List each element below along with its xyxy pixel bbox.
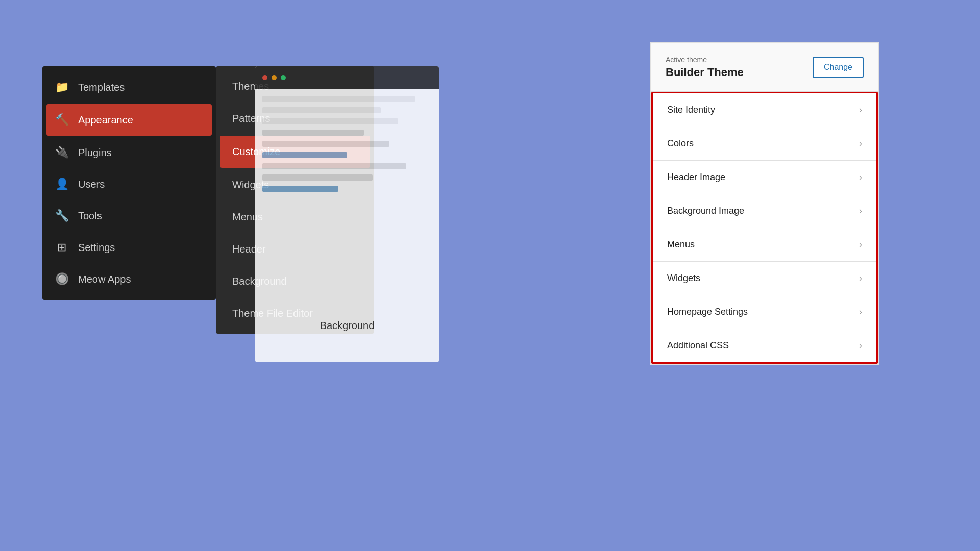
widgets-label: Widgets — [667, 273, 700, 284]
meow-apps-icon: 🔘 — [55, 272, 69, 286]
sidebar-item-plugins[interactable]: 🔌 Plugins — [42, 137, 216, 168]
wp-admin-sidebar: 📁 Templates 🔨 Appearance 🔌 Plugins 👤 Use… — [42, 66, 216, 300]
sidebar-item-templates-label: Templates — [78, 82, 125, 93]
preview-line-link-2 — [262, 186, 338, 192]
header-image-chevron-icon: › — [859, 172, 862, 183]
users-icon: 👤 — [55, 178, 69, 191]
customizer-menu: Site Identity › Colors › Header Image › … — [651, 92, 878, 364]
customizer-item-header-image[interactable]: Header Image › — [653, 161, 876, 194]
customizer-item-background-image[interactable]: Background Image › — [653, 194, 876, 228]
settings-icon: ⊞ — [55, 241, 69, 254]
close-dot — [262, 75, 267, 80]
sidebar-item-tools[interactable]: 🔧 Tools — [42, 200, 216, 232]
customizer-item-colors[interactable]: Colors › — [653, 127, 876, 161]
minimize-dot — [272, 75, 277, 80]
change-theme-button[interactable]: Change — [813, 57, 864, 78]
preview-line-1 — [262, 96, 415, 102]
additional-css-chevron-icon: › — [859, 340, 862, 351]
background-section-label: Background — [320, 320, 375, 332]
preview-line-7 — [262, 174, 373, 181]
customizer-item-homepage-settings[interactable]: Homepage Settings › — [653, 295, 876, 329]
menus-label: Menus — [667, 239, 695, 250]
customizer-panel: Active theme Builder Theme Change Site I… — [650, 42, 879, 365]
site-identity-label: Site Identity — [667, 105, 715, 115]
sidebar-item-tools-label: Tools — [78, 210, 102, 222]
sidebar-item-appearance[interactable]: 🔨 Appearance — [46, 104, 212, 136]
sidebar-item-plugins-label: Plugins — [78, 147, 112, 159]
header-image-label: Header Image — [667, 172, 725, 183]
sidebar-item-templates[interactable]: 📁 Templates — [42, 71, 216, 103]
preview-content — [255, 89, 439, 204]
additional-css-label: Additional CSS — [667, 340, 729, 351]
preview-line-6 — [262, 163, 406, 169]
expand-dot — [281, 75, 286, 80]
theme-name: Builder Theme — [666, 66, 744, 79]
active-theme-section: Active theme Builder Theme Change — [651, 43, 878, 92]
preview-header-bar — [255, 66, 439, 89]
homepage-settings-label: Homepage Settings — [667, 307, 748, 317]
site-identity-chevron-icon: › — [859, 105, 862, 115]
customizer-item-site-identity[interactable]: Site Identity › — [653, 93, 876, 127]
homepage-settings-chevron-icon: › — [859, 307, 862, 317]
preview-line-4 — [262, 130, 364, 136]
preview-line-3 — [262, 118, 398, 124]
colors-chevron-icon: › — [859, 138, 862, 149]
templates-icon: 📁 — [55, 81, 69, 94]
preview-line-link-1 — [262, 152, 347, 158]
customizer-item-widgets[interactable]: Widgets › — [653, 262, 876, 295]
sidebar-item-meow-apps-label: Meow Apps — [78, 273, 131, 285]
background-preview-panel: Background — [255, 66, 439, 362]
sidebar-item-appearance-label: Appearance — [78, 114, 133, 126]
active-theme-info: Active theme Builder Theme — [666, 56, 744, 79]
preview-line-2 — [262, 107, 381, 113]
plugins-icon: 🔌 — [55, 146, 69, 159]
sidebar-item-settings[interactable]: ⊞ Settings — [42, 232, 216, 263]
background-image-chevron-icon: › — [859, 206, 862, 216]
menus-chevron-icon: › — [859, 239, 862, 250]
customizer-item-additional-css[interactable]: Additional CSS › — [653, 329, 876, 362]
sidebar-item-meow-apps[interactable]: 🔘 Meow Apps — [42, 263, 216, 295]
colors-label: Colors — [667, 138, 694, 149]
sidebar-item-users-label: Users — [78, 179, 105, 190]
widgets-chevron-icon: › — [859, 273, 862, 284]
tools-icon: 🔧 — [55, 209, 69, 222]
active-theme-label: Active theme — [666, 56, 744, 64]
background-image-label: Background Image — [667, 206, 744, 216]
sidebar-item-users[interactable]: 👤 Users — [42, 168, 216, 200]
appearance-icon: 🔨 — [55, 113, 69, 127]
sidebar-item-settings-label: Settings — [78, 242, 115, 254]
preview-line-5 — [262, 141, 389, 147]
customizer-item-menus[interactable]: Menus › — [653, 228, 876, 262]
